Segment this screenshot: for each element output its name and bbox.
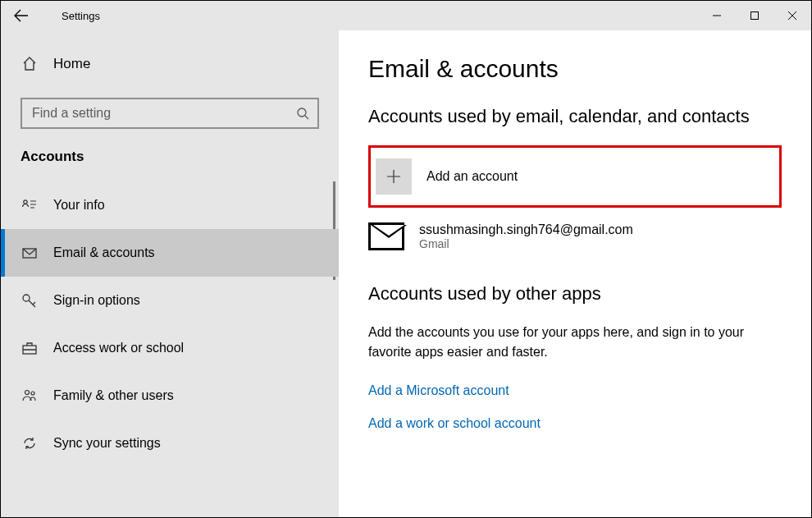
add-account-label: Add an account	[427, 169, 518, 184]
svg-point-2	[24, 200, 27, 204]
minimize-button[interactable]	[698, 1, 736, 30]
titlebar: Settings	[1, 1, 811, 30]
plus-icon	[376, 158, 412, 195]
sidebar-item-label: Sync your settings	[53, 436, 161, 451]
add-microsoft-account-link[interactable]: Add a Microsoft account	[368, 383, 782, 398]
sidebar-item-access-work-school[interactable]: Access work or school	[1, 324, 339, 372]
add-account-highlight: Add an account	[368, 145, 782, 208]
sidebar-item-label: Family & other users	[53, 388, 174, 403]
window-controls	[698, 1, 811, 30]
home-label: Home	[53, 56, 90, 72]
sidebar-item-your-info[interactable]: Your info	[1, 181, 339, 229]
sidebar-item-signin-options[interactable]: Sign-in options	[1, 277, 339, 324]
key-icon	[21, 291, 39, 309]
sidebar-item-label: Your info	[53, 198, 105, 213]
page-title: Email & accounts	[368, 55, 782, 83]
search-icon	[296, 107, 309, 120]
search-input[interactable]	[21, 98, 319, 129]
envelope-icon	[368, 222, 404, 250]
back-button[interactable]	[1, 1, 42, 30]
other-apps-description: Add the accounts you use for your apps h…	[368, 323, 778, 362]
close-icon	[787, 11, 797, 21]
sidebar-item-label: Sign-in options	[53, 293, 140, 308]
content-area: Email & accounts Accounts used by email,…	[339, 30, 811, 518]
sidebar-item-label: Access work or school	[53, 341, 184, 355]
search-wrap	[21, 98, 319, 129]
sidebar-item-email-accounts[interactable]: Email & accounts	[1, 229, 339, 277]
body-area: Home Accounts Your info Email & account	[1, 30, 811, 518]
briefcase-icon	[21, 339, 39, 357]
sidebar-item-family-users[interactable]: Family & other users	[1, 372, 339, 419]
people-icon	[21, 387, 39, 405]
other-apps-heading: Accounts used by other apps	[368, 283, 782, 305]
maximize-button[interactable]	[736, 1, 773, 30]
svg-point-6	[25, 391, 30, 395]
sidebar-item-label: Email & accounts	[53, 245, 155, 260]
account-text: ssushmasingh.singh764@gmail.com Gmail	[419, 222, 633, 250]
account-entry[interactable]: ssushmasingh.singh764@gmail.com Gmail	[368, 222, 782, 250]
add-account-button[interactable]: Add an account	[376, 153, 774, 200]
back-arrow-icon	[14, 8, 29, 23]
account-provider: Gmail	[419, 237, 633, 250]
svg-point-1	[298, 108, 306, 117]
sidebar-section-label: Accounts	[1, 149, 339, 181]
svg-point-4	[23, 295, 30, 301]
email-section-heading: Accounts used by email, calendar, and co…	[368, 106, 782, 127]
account-email: ssushmasingh.singh764@gmail.com	[419, 222, 633, 237]
svg-point-7	[31, 392, 34, 395]
mail-icon	[21, 244, 39, 262]
sidebar: Home Accounts Your info Email & account	[1, 30, 339, 518]
minimize-icon	[712, 11, 722, 21]
nav-list: Your info Email & accounts Sign-in optio…	[1, 181, 339, 467]
sync-icon	[21, 434, 39, 452]
person-card-icon	[21, 196, 39, 214]
maximize-icon	[750, 11, 760, 21]
sidebar-item-sync-settings[interactable]: Sync your settings	[1, 419, 339, 467]
home-icon	[21, 55, 39, 73]
close-button[interactable]	[773, 1, 811, 30]
svg-rect-0	[751, 12, 759, 20]
add-work-school-account-link[interactable]: Add a work or school account	[368, 416, 782, 431]
window-title: Settings	[42, 10, 100, 22]
home-nav[interactable]: Home	[1, 47, 339, 81]
